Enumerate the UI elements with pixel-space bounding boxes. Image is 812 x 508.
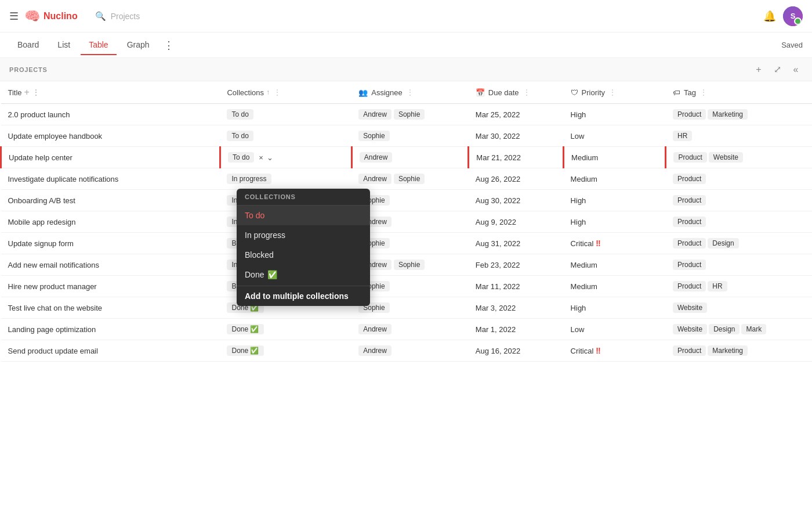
cell-duedate: Mar 21, 2022 bbox=[469, 147, 564, 168]
table-wrapper: Title + ⋮ Collections ↑ ⋮ 👥 Assigne bbox=[0, 81, 812, 508]
sort-collections-icon[interactable]: ↑ bbox=[266, 88, 270, 96]
priority-value: Medium bbox=[571, 175, 597, 183]
tab-more-icon[interactable]: ⋮ bbox=[160, 34, 177, 56]
assignee-chip[interactable]: Andrew bbox=[358, 324, 392, 334]
cell-tag: ProductMarketing bbox=[666, 104, 812, 125]
tag-badge[interactable]: Product bbox=[673, 195, 706, 206]
tag-badge[interactable]: Marketing bbox=[708, 345, 748, 356]
search-bar[interactable]: 🔍 Projects bbox=[95, 11, 140, 21]
collection-pill[interactable]: In progress bbox=[227, 260, 271, 270]
duedate-col-menu[interactable]: ⋮ bbox=[523, 88, 531, 97]
row-title[interactable]: Update help center bbox=[9, 153, 72, 162]
cell-priority: Medium bbox=[564, 147, 666, 168]
assignee-col-menu[interactable]: ⋮ bbox=[406, 88, 414, 97]
cell-assignee: AndrewSophie bbox=[351, 254, 469, 276]
collection-pill[interactable]: In progress bbox=[227, 174, 271, 184]
hide-button[interactable]: « bbox=[789, 63, 803, 77]
tag-col-menu[interactable]: ⋮ bbox=[699, 88, 708, 97]
collections-col-menu[interactable]: ⋮ bbox=[273, 88, 281, 97]
bell-icon[interactable]: 🔔 bbox=[763, 10, 776, 23]
assignee-chip[interactable]: Sophie bbox=[358, 238, 389, 248]
add-column-button[interactable]: + bbox=[24, 87, 30, 98]
assignee-chip[interactable]: Sophie bbox=[358, 302, 389, 313]
hamburger-icon[interactable]: ☰ bbox=[9, 10, 19, 23]
assignee-chip[interactable]: Andrew bbox=[358, 260, 392, 270]
tab-table[interactable]: Table bbox=[81, 35, 116, 55]
assignee-chip[interactable]: Sophie bbox=[394, 174, 425, 184]
row-title[interactable]: Add new email notifications bbox=[8, 261, 100, 269]
brain-icon: 🧠 bbox=[24, 9, 40, 24]
tab-bar: Board List Table Graph ⋮ Saved bbox=[0, 33, 812, 58]
row-title[interactable]: Mobile app redesign bbox=[8, 218, 76, 226]
row-title[interactable]: 2.0 product launch bbox=[8, 110, 70, 119]
cell-priority: Critical‼ bbox=[564, 233, 666, 254]
assignee-chip[interactable]: Andrew bbox=[360, 152, 393, 163]
assignee-chip[interactable]: Andrew bbox=[358, 217, 392, 227]
collection-pill[interactable]: To do bbox=[227, 131, 253, 141]
cell-duedate: Mar 11, 2022 bbox=[469, 276, 564, 297]
row-title[interactable]: Update employee handbook bbox=[8, 132, 103, 140]
tag-badge[interactable]: HR bbox=[673, 131, 692, 141]
collection-pill[interactable]: Blocked bbox=[227, 238, 261, 248]
cell-title: Update help center bbox=[1, 147, 220, 168]
tag-badge[interactable]: Product bbox=[673, 345, 706, 356]
assignee-chip[interactable]: Sophie bbox=[358, 195, 389, 206]
title-col-menu[interactable]: ⋮ bbox=[32, 88, 40, 97]
tag-badge[interactable]: Mark bbox=[741, 324, 766, 334]
row-title[interactable]: Send product update email bbox=[8, 347, 98, 355]
assignee-chip[interactable]: Andrew bbox=[358, 109, 392, 120]
row-title[interactable]: Onboarding A/B test bbox=[8, 196, 75, 205]
collection-pill[interactable]: In progress bbox=[227, 217, 271, 227]
th-assignee-label: Assignee bbox=[371, 88, 402, 97]
assignee-chip[interactable]: Andrew bbox=[358, 345, 392, 356]
collapse-button[interactable]: ⤢ bbox=[770, 63, 784, 77]
tag-badge[interactable]: Product bbox=[673, 238, 706, 248]
row-title[interactable]: Update signup form bbox=[8, 239, 74, 248]
tag-badge[interactable]: Website bbox=[673, 324, 707, 334]
assignee-chip[interactable]: Sophie bbox=[394, 260, 425, 270]
cell-priority: Medium bbox=[564, 276, 666, 297]
due-date-value: Mar 1, 2022 bbox=[476, 325, 516, 334]
row-title[interactable]: Test live chat on the website bbox=[8, 304, 103, 312]
table-row: Landing page optimizationDone ✅AndrewMar… bbox=[1, 319, 813, 340]
cell-duedate: Aug 30, 2022 bbox=[469, 190, 564, 211]
row-title[interactable]: Landing page optimization bbox=[8, 325, 96, 334]
collection-pill[interactable]: To do bbox=[228, 152, 254, 163]
collection-pill[interactable]: Done ✅ bbox=[227, 345, 263, 356]
collection-pill[interactable]: To do bbox=[227, 109, 253, 120]
assignee-chip[interactable]: Sophie bbox=[394, 109, 425, 120]
cell-tag: ProductWebsite bbox=[666, 147, 812, 168]
collection-pill[interactable]: Blocked bbox=[227, 281, 261, 291]
tab-graph[interactable]: Graph bbox=[119, 35, 158, 55]
cell-assignee: Andrew bbox=[351, 340, 469, 362]
tag-badge[interactable]: Product bbox=[673, 152, 706, 163]
due-date-value: Mar 30, 2022 bbox=[476, 132, 520, 140]
tag-badge[interactable]: Website bbox=[673, 302, 707, 313]
collection-pill[interactable]: Done ✅ bbox=[227, 324, 263, 334]
tab-board[interactable]: Board bbox=[9, 35, 47, 55]
tag-badge[interactable]: Design bbox=[708, 238, 738, 248]
tag-badge[interactable]: Product bbox=[673, 174, 706, 184]
avatar[interactable]: S bbox=[783, 6, 803, 26]
collection-chevron-button[interactable]: ⌄ bbox=[266, 154, 274, 161]
assignee-chip[interactable]: Sophie bbox=[358, 131, 389, 141]
tag-badge[interactable]: Product bbox=[673, 260, 706, 270]
collection-remove-button[interactable]: × bbox=[258, 154, 264, 161]
assignee-chip[interactable]: Andrew bbox=[358, 174, 392, 184]
tag-badge[interactable]: Product bbox=[673, 281, 706, 291]
assignee-icon: 👥 bbox=[358, 88, 368, 97]
priority-col-menu[interactable]: ⋮ bbox=[608, 88, 617, 97]
tag-badge[interactable]: HR bbox=[708, 281, 727, 291]
collection-pill[interactable]: In progress bbox=[227, 195, 271, 206]
row-title[interactable]: Hire new product manager bbox=[8, 282, 97, 291]
tag-badge[interactable]: Product bbox=[673, 217, 706, 227]
tab-list[interactable]: List bbox=[49, 35, 78, 55]
tag-badge[interactable]: Website bbox=[709, 152, 743, 163]
collection-pill[interactable]: Done ✅ bbox=[227, 302, 263, 313]
row-title[interactable]: Investigate duplicate notifications bbox=[8, 175, 119, 183]
assignee-chip[interactable]: Sophie bbox=[358, 281, 389, 291]
tag-badge[interactable]: Design bbox=[709, 324, 740, 334]
tag-badge[interactable]: Product bbox=[673, 109, 706, 120]
add-row-button[interactable]: + bbox=[752, 63, 766, 77]
tag-badge[interactable]: Marketing bbox=[708, 109, 748, 120]
